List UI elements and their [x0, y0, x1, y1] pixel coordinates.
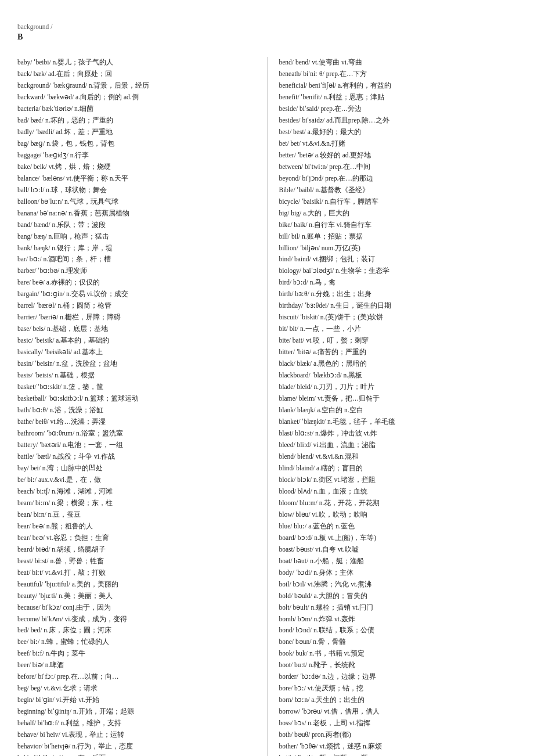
list-item: boast/ bəust/ vi.自夸 vt.吹嘘: [279, 544, 517, 555]
list-item: bare/ beə/ a.赤裸的；仅仅的: [17, 277, 255, 288]
list-item: blind/ blaind/ a.瞎的；盲目的: [279, 463, 517, 474]
list-item: blade/ bleid/ n.刀刃，刀片；叶片: [279, 381, 517, 393]
list-item: besides/ biˈsaidz/ ad.而且prep.除…之外: [279, 115, 517, 126]
list-item: bother/ ˈbɔθə/ vt.烦扰，迷惑 n.麻烦: [279, 741, 517, 752]
list-item: bitter/ ˈbitə/ a.痛苦的；严重的: [279, 347, 517, 358]
list-item: bad/ bæd/ n.坏的，恶的；严重的: [17, 115, 255, 126]
list-item: billion/ ˈbiljən/ num.万亿(英): [279, 243, 517, 254]
list-item: bay/ bei/ n.湾；山脉中的凹处: [17, 463, 255, 474]
list-item: basically/ ˈbeisikəli/ ad.基本上: [17, 347, 255, 358]
list-item: better/ ˈbetə/ a.较好的 ad.更好地: [279, 150, 517, 161]
section-letter: B: [17, 33, 23, 42]
list-item: boat/ bəut/ n.小船，艇；渔船: [279, 556, 517, 567]
list-item: blow/ bləu/ vi.吹，吹动；吹响: [279, 509, 517, 520]
list-item: barber/ ˈbɑːbə/ n.理发师: [17, 265, 255, 276]
list-item: bet/ bet/ vt.&vi.&n.打赌: [279, 138, 517, 149]
list-item: bang/ bæŋ/ n.巨响，枪声；猛击: [17, 231, 255, 242]
list-item: blast/ blɑːst/ n.爆炸，冲击波 vt.炸: [279, 428, 517, 439]
list-item: basketball/ ˈbɑːskitbɔːl/ n.篮球；篮球运动: [17, 393, 255, 404]
list-item: blue/ bluː/ a.蓝色的 n.蓝色: [279, 521, 517, 532]
list-item: beauty/ ˈbjuːti/ n.美；美丽；美人: [17, 591, 255, 602]
list-item: beneficial/ beniˈfiʃəl/ a.有利的，有益的: [279, 80, 517, 91]
list-item: bed/ bed/ n.床，床位；圃；河床: [17, 625, 255, 636]
list-item: bear/ beə/ vt.容忍；负担；生育: [17, 532, 255, 543]
list-item: basket/ ˈbɑːskit/ n.篮，篓，筐: [17, 381, 255, 393]
list-item: blend/ blend/ vt.&vi.&n.混和: [279, 451, 517, 462]
list-item: ball/ bɔːl/ n.球，球状物；舞会: [17, 185, 255, 196]
list-item: battle/ ˈbætl/ n.战役；斗争 vi.作战: [17, 451, 255, 462]
list-item: beast/ biːst/ n.兽，野兽；牲畜: [17, 556, 255, 567]
list-item: battery/ ˈbætəri/ n.电池；一套，一组: [17, 440, 255, 451]
list-item: bomb/ bɔm/ n.炸弹 vt.轰炸: [279, 614, 517, 625]
list-item: blackboard/ ˈblækbɔːd/ n.黑板: [279, 370, 517, 381]
list-item: beneath/ biˈniː θ/ prep.在…下方: [279, 69, 517, 80]
list-item: bathroom/ ˈbɑːθrum/ n.浴室；盥洗室: [17, 428, 255, 439]
list-item: bird/ bɔːd/ n.鸟，禽: [279, 277, 517, 288]
list-item: backward/ ˈbækwəd/ a.向后的；倒的 ad.倒: [17, 92, 255, 103]
list-item: bathe/ beiθ/ vt.给…洗澡；弄湿: [17, 416, 255, 427]
list-item: be/ biː/ aux.v.&vi.是，在，做: [17, 474, 255, 485]
list-item: because/ biˈkɔz/ conj.由于，因为: [17, 602, 255, 613]
list-item: big/ big/ a.大的，巨大的: [279, 208, 517, 219]
list-item: behave/ biˈheiv/ vi.表现，举止；运转: [17, 729, 255, 740]
list-item: born/ bɔːn/ a.天生的；出生的: [279, 694, 517, 705]
list-item: bag/ bæɡ/ n.袋，包，钱包，背包: [17, 138, 255, 149]
list-item: beef/ biːf/ n.牛肉；菜牛: [17, 648, 255, 659]
list-item: bold/ bəuld/ a.大胆的；冒失的: [279, 591, 517, 602]
list-item: book/ buk/ n.书，书籍 vt.预定: [279, 648, 517, 659]
dictionary-columns: baby/ ˈbeibi/ n.婴儿；孩子气的人back/ bæk/ ad.在后…: [17, 57, 517, 756]
list-item: bit/ bit/ n.一点，一些，小片: [279, 323, 517, 334]
list-item: black/ blæk/ a.黑色的；黑暗的: [279, 358, 517, 369]
list-item: bargain/ ˈbɑːɡin/ n.交易 vi.议价；成交: [17, 289, 255, 300]
list-item: become/ biˈkʌm/ vi.变成，成为，变得: [17, 614, 255, 625]
list-item: beyond/ biˈjɔnd/ prep.在…的那边: [279, 173, 517, 184]
left-column: baby/ ˈbeibi/ n.婴儿；孩子气的人back/ bæk/ ad.在后…: [17, 57, 268, 756]
list-item: beat/ biːt/ vt.&vi.打，敲；打败: [17, 567, 255, 578]
list-item: bore/ bɔː/ vt.使厌烦；钻，挖: [279, 683, 517, 694]
list-item: boot/ buːt/ n.靴子，长统靴: [279, 660, 517, 671]
list-item: banana/ bəˈnaːnə/ n.香蕉；芭蕉属植物: [17, 208, 255, 219]
list-item: band/ bænd/ n.乐队；带；波段: [17, 219, 255, 231]
list-item: Bible/ ˈbaibl/ n.基督教《圣经》: [279, 185, 517, 196]
list-item: blank/ blæŋk/ a.空白的 n.空白: [279, 405, 517, 416]
list-item: base/ beis/ n.基础，底层；基地: [17, 323, 255, 334]
list-item: back/ bæk/ ad.在后；向原处；回: [17, 69, 255, 80]
list-item: bone/ bəun/ n.骨，骨骼: [279, 636, 517, 647]
list-item: basin/ ˈbeisin/ n.盆，洗脸盆；盆地: [17, 358, 255, 369]
list-item: balance/ ˈbæləns/ vt.使平衡；称 n.天平: [17, 173, 255, 184]
list-item: borrow/ ˈbɔrəu/ vt.借，借用，借人: [279, 706, 517, 717]
list-item: bar/ bɑː/ n.酒吧间；条，杆；槽: [17, 254, 255, 265]
list-item: blame/ bleim/ vt.责备，把…归咎于: [279, 393, 517, 404]
list-item: birth/ bɜːθ/ n.分娩；出生；出身: [279, 289, 517, 300]
list-item: boss/ bɔs/ n.老板，上司 vt.指挥: [279, 718, 517, 729]
list-item: basis/ ˈbeisis/ n.基础，根据: [17, 370, 255, 381]
breadcrumb: background /: [17, 23, 517, 30]
list-item: bear/ beə/ n.熊；粗鲁的人: [17, 521, 255, 532]
list-item: behalf/ biˈhɑːf/ n.利益，维护，支持: [17, 718, 255, 729]
list-item: blood/ blʌd/ n.血，血液；血统: [279, 486, 517, 497]
list-item: birthday/ ˈbɜːθdei/ n.生日，诞生的日期: [279, 300, 517, 311]
list-item: bleed/ bliːd/ vi.出血，流血；泌脂: [279, 440, 517, 451]
list-item: bond/ bɔnd/ n.联结，联系；公债: [279, 625, 517, 636]
list-item: basic/ ˈbeisik/ a.基本的，基础的: [17, 335, 255, 346]
right-column: bend/ bend/ vt.使弯曲 vi.弯曲beneath/ biˈniː …: [268, 57, 517, 756]
list-item: bottle/ ˈbɔtl/ n.瓶，酒瓶；一瓶: [279, 753, 517, 756]
list-item: body/ ˈbɔdi/ n.身体；主体: [279, 567, 517, 578]
list-item: bath/ bɑːθ/ n.浴，洗澡；浴缸: [17, 405, 255, 416]
list-item: biscuit/ ˈbiskit/ n.(英)饼干；(美)软饼: [279, 312, 517, 323]
list-item: balloon/ bəˈluːn/ n.气球，玩具气球: [17, 196, 255, 207]
list-item: barrier/ ˈbæriə/ n.栅栏，屏障；障碍: [17, 312, 255, 323]
list-item: beginning/ biˈɡiniŋ/ n.开始，开端；起源: [17, 706, 255, 717]
list-item: beautiful/ ˈbjuːtiful/ a.美的，美丽的: [17, 579, 255, 590]
list-item: behavior/ biˈheivjə/ n.行为，举止，态度: [17, 741, 255, 752]
list-item: begin/ biˈɡin/ vi.开始 vt.开始: [17, 694, 255, 705]
list-item: beam/ biːm/ n.梁；横梁；东，柱: [17, 498, 255, 509]
list-item: bolt/ bəult/ n.螺栓；插销 vt.闩门: [279, 602, 517, 613]
list-item: boil/ bɔil/ vi.沸腾；汽化 vt.煮沸: [279, 579, 517, 590]
list-item: border/ ˈbɔːdə/ n.边，边缘；边界: [279, 671, 517, 682]
list-item: before/ biˈfɔː/ prep.在…以前；向…: [17, 671, 255, 682]
list-item: benefit/ ˈbenifit/ n.利益；恩惠；津贴: [279, 92, 517, 103]
list-item: bloom/ bluːm/ n.花，开花，开花期: [279, 498, 517, 509]
list-item: background/ ˈbækɡraund/ n.背景，后景，经历: [17, 80, 255, 91]
list-item: blanket/ ˈblæŋkit/ n.毛毯，毡子，羊毛毯: [279, 416, 517, 427]
